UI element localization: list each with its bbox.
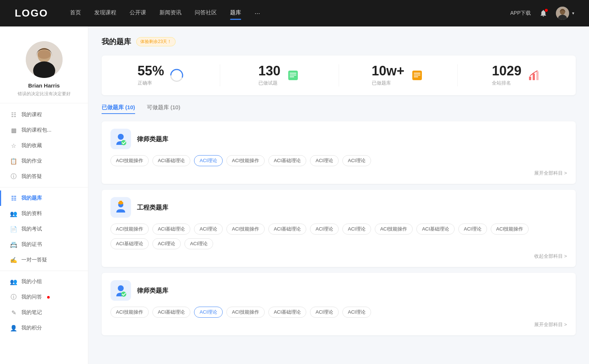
expand-link-3[interactable]: 展开全部科目 > [110, 321, 567, 328]
svg-rect-18 [533, 74, 535, 80]
tags-lawyer-3: ACI技能操作 ACI基础理论 ACI理论 ACI技能操作 ACI基础理论 AC… [110, 307, 567, 318]
law3-tag-6[interactable]: ACI理论 [342, 307, 371, 318]
nav-open-course[interactable]: 公开课 [130, 9, 146, 18]
svg-rect-11 [290, 75, 296, 75]
eng-tag-12[interactable]: ACI理论 [152, 238, 181, 249]
trial-badge: 体验剩余23天！ [136, 37, 176, 46]
svg-rect-12 [290, 76, 294, 77]
notes-icon: ✎ [10, 309, 17, 316]
sidebar-item-bank[interactable]: ☷ 我的题库 [0, 190, 88, 206]
svg-rect-14 [414, 73, 420, 74]
nav-news[interactable]: 新闻资讯 [159, 9, 181, 18]
logo[interactable]: LOGO [15, 7, 48, 19]
eng-tag-8[interactable]: ACI基础理论 [416, 224, 455, 235]
main-layout: Brian Harris 错误的决定比没有决定要好 ☷ 我的课程 ▩ 我的课程包… [0, 26, 589, 364]
tab-available[interactable]: 可做题库 (10) [147, 104, 180, 114]
stats-bar: 55% 正确率 130 已做试题 [102, 56, 576, 95]
expand-link-1[interactable]: 展开全部科目 > [110, 170, 567, 176]
nav-qa[interactable]: 问答社区 [195, 9, 217, 18]
nav-more[interactable]: ··· [254, 10, 260, 17]
bank-card-lawyer-1: 律师类题库 ACI技能操作 ACI基础理论 ACI理论 ACI技能操作 ACI基… [102, 121, 576, 184]
bank-icon: ☷ [10, 195, 17, 201]
law3-tag-2[interactable]: ACI理论 [194, 307, 223, 318]
svg-point-20 [118, 134, 124, 140]
divider-1 [0, 187, 88, 188]
eng-tag-2[interactable]: ACI理论 [194, 224, 223, 235]
eng-tag-4[interactable]: ACI基础理论 [268, 224, 307, 235]
stat-done-q-label: 已做试题 [258, 80, 281, 86]
sidebar-item-qna[interactable]: ⓘ 我的问答 [0, 289, 88, 305]
sidebar-item-qa[interactable]: ⓘ 我的答疑 [0, 169, 88, 184]
sidebar-item-cert[interactable]: 📇 我的证书 [0, 237, 88, 252]
sidebar-item-homework[interactable]: 📋 我的作业 [0, 153, 88, 169]
law3-tag-1[interactable]: ACI基础理论 [152, 307, 191, 318]
sidebar-item-points[interactable]: 👤 我的积分 [0, 320, 88, 336]
profile-motto: 错误的决定比没有决定要好 [18, 91, 71, 97]
law3-tag-4[interactable]: ACI基础理论 [268, 307, 307, 318]
eng-tag-3[interactable]: ACI技能操作 [226, 224, 265, 235]
eng-tag-11[interactable]: ACI基础理论 [110, 238, 149, 249]
svg-point-6 [38, 50, 51, 59]
svg-rect-19 [536, 71, 539, 80]
eng-tag-10[interactable]: ACI技能操作 [491, 224, 529, 235]
collapse-link-2[interactable]: 收起全部科目 > [110, 253, 567, 260]
tag-2[interactable]: ACI理论 [194, 155, 223, 166]
eng-tag-13[interactable]: ACI理论 [184, 238, 213, 249]
sidebar-menu: ☷ 我的课程 ▩ 我的课程包... ☆ 我的收藏 📋 我的作业 ⓘ 我的答疑 ☷ [0, 107, 88, 336]
law3-tag-5[interactable]: ACI理论 [310, 307, 339, 318]
star-icon: ☆ [10, 142, 17, 149]
stat-done-b-value: 10w+ [372, 64, 405, 78]
nav-discover[interactable]: 发现课程 [94, 9, 116, 18]
bank-title-1: 律师类题库 [137, 135, 168, 143]
sidebar-item-course-pack[interactable]: ▩ 我的课程包... [0, 122, 88, 138]
svg-rect-24 [119, 201, 122, 202]
eng-tag-0[interactable]: ACI技能操作 [110, 224, 149, 235]
stat-accuracy-label: 正确率 [138, 80, 164, 86]
eng-tag-9[interactable]: ACI理论 [458, 224, 487, 235]
eng-tag-5[interactable]: ACI理论 [310, 224, 339, 235]
stat-accuracy-value: 55% [138, 64, 164, 78]
lawyer-icon-3 [110, 280, 131, 301]
notification-bell[interactable] [538, 8, 549, 18]
law3-tag-0[interactable]: ACI技能操作 [110, 307, 149, 318]
tag-6[interactable]: ACI理论 [342, 155, 371, 166]
sidebar-item-profile[interactable]: 👥 我的资料 [0, 206, 88, 221]
profile-name: Brian Harris [28, 82, 60, 89]
sidebar-item-my-course[interactable]: ☷ 我的课程 [0, 107, 88, 122]
stat-rank-value: 1029 [492, 64, 521, 78]
tag-1[interactable]: ACI基础理论 [152, 155, 191, 166]
eng-tag-7[interactable]: ACI技能操作 [375, 224, 413, 235]
bank-card-engineer: 工程类题库 ACI技能操作 ACI基础理论 ACI理论 ACI技能操作 ACI基… [102, 190, 576, 267]
content-header: 我的题库 体验剩余23天！ [102, 37, 576, 47]
bank-card-lawyer-3: 律师类题库 ACI技能操作 ACI基础理论 ACI理论 ACI技能操作 ACI基… [102, 273, 576, 335]
tag-0[interactable]: ACI技能操作 [110, 155, 149, 166]
sidebar-item-notes[interactable]: ✎ 我的笔记 [0, 305, 88, 320]
app-download-link[interactable]: APP下载 [510, 10, 531, 17]
list-orange-icon [410, 68, 424, 83]
eng-tag-6[interactable]: ACI理论 [342, 224, 371, 235]
svg-rect-16 [414, 76, 418, 77]
tag-4[interactable]: ACI基础理论 [268, 155, 307, 166]
tag-5[interactable]: ACI理论 [310, 155, 339, 166]
nav-home[interactable]: 首页 [70, 9, 81, 18]
eng-tag-1[interactable]: ACI基础理论 [152, 224, 191, 235]
homework-icon: 📋 [10, 158, 17, 164]
sidebar-item-one-on-one[interactable]: ✍ 一对一答疑 [0, 252, 88, 268]
chat-icon: ✍ [10, 257, 17, 263]
tag-3[interactable]: ACI技能操作 [226, 155, 265, 166]
exam-icon: 📄 [10, 226, 17, 232]
law3-tag-3[interactable]: ACI技能操作 [226, 307, 265, 318]
main-nav: 首页 发现课程 公开课 新闻资讯 问答社区 题库 ··· [70, 9, 510, 18]
tab-done[interactable]: 已做题库 (10) [102, 104, 135, 114]
bar-chart-icon [526, 68, 541, 83]
sidebar-item-exam[interactable]: 📄 我的考试 [0, 221, 88, 237]
nav-bank[interactable]: 题库 [230, 9, 241, 18]
sidebar-item-group[interactable]: 👥 我的小组 [0, 274, 88, 289]
svg-rect-15 [414, 75, 420, 75]
avatar-caret: ▾ [572, 11, 574, 16]
sidebar-item-collection[interactable]: ☆ 我的收藏 [0, 138, 88, 153]
profile-section: Brian Harris 错误的决定比没有决定要好 [0, 34, 88, 103]
user-avatar-menu[interactable]: ▾ [556, 7, 574, 20]
document-icon: ☷ [10, 111, 17, 118]
bank-title-2: 工程类题库 [137, 203, 168, 212]
